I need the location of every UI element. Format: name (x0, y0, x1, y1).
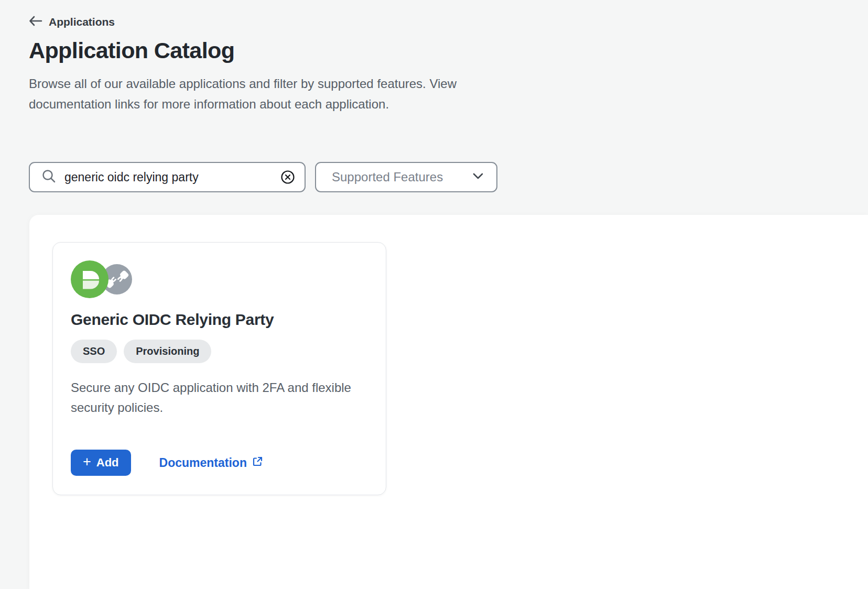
application-logos (71, 260, 368, 298)
badge-sso: SSO (71, 340, 117, 363)
clear-search-button[interactable] (280, 170, 295, 184)
search-input[interactable] (63, 170, 274, 185)
page-description: Browse all of our available applications… (29, 73, 540, 114)
search-box (29, 162, 306, 192)
breadcrumb-label: Applications (49, 16, 115, 28)
results-panel: Generic OIDC Relying Party SSO Provision… (29, 215, 868, 589)
application-description: Secure any OIDC application with 2FA and… (71, 378, 351, 418)
page-title: Application Catalog (29, 38, 234, 63)
add-button-label: Add (96, 456, 119, 470)
magnifier-icon (41, 168, 57, 186)
chevron-down-icon (472, 172, 484, 182)
application-card-generic-oidc: Generic OIDC Relying Party SSO Provision… (52, 242, 386, 495)
supported-features-dropdown[interactable]: Supported Features (315, 162, 497, 192)
breadcrumb-back-applications[interactable]: Applications (29, 16, 115, 28)
application-title: Generic OIDC Relying Party (71, 311, 368, 329)
external-link-icon (252, 456, 263, 470)
feature-badges: SSO Provisioning (71, 340, 368, 363)
duo-d-icon (71, 260, 108, 298)
arrow-left-icon (29, 16, 42, 28)
plus-icon: + (83, 455, 91, 469)
documentation-link[interactable]: Documentation (159, 456, 263, 470)
card-footer: + Add Documentation (71, 450, 368, 476)
clear-circle-x-icon (280, 170, 295, 184)
supported-features-label: Supported Features (332, 170, 443, 184)
application-catalog-page: Applications Application Catalog Browse … (0, 0, 868, 589)
badge-provisioning: Provisioning (124, 340, 211, 363)
add-button[interactable]: + Add (71, 450, 131, 476)
documentation-link-label: Documentation (159, 456, 247, 470)
